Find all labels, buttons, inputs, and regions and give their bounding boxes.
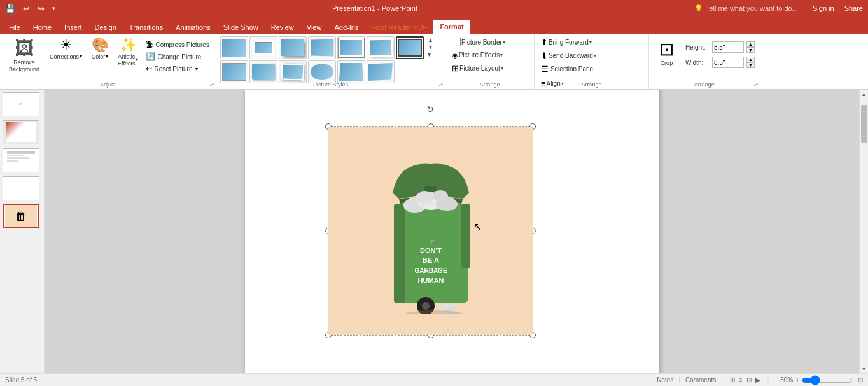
tab-review[interactable]: Review xyxy=(265,21,300,34)
change-picture-button[interactable]: 🔄 Change Picture xyxy=(143,51,211,62)
ribbon-tabs: File Home Insert Design Transitions Anim… xyxy=(0,17,868,34)
gallery-scroll-more[interactable]: ▾ xyxy=(426,51,435,59)
svg-rect-3 xyxy=(461,204,470,268)
gallery-item-4[interactable] xyxy=(308,36,336,59)
slide-4-wrapper: 4 ─────────────── xyxy=(3,176,41,200)
tell-me-input[interactable] xyxy=(706,4,808,12)
width-down[interactable]: ▼ xyxy=(746,62,755,68)
slide-3-thumb[interactable] xyxy=(3,148,39,172)
gallery-item-10[interactable] xyxy=(279,60,307,83)
gallery-item-6[interactable] xyxy=(367,36,395,59)
corrections-button[interactable]: ☀ Corrections ▾ xyxy=(46,36,86,62)
gallery-item-7[interactable] xyxy=(396,36,424,59)
picture-effects-icon: ◈ xyxy=(452,50,458,60)
gallery-scroll-up[interactable]: ▲ xyxy=(426,37,435,44)
tab-addins[interactable]: Add-Ins xyxy=(328,21,365,34)
tab-view[interactable]: View xyxy=(300,21,328,34)
adjust-expand-icon[interactable]: ⤢ xyxy=(209,81,214,88)
tab-home[interactable]: Home xyxy=(27,21,58,34)
zoom-out-button[interactable]: − xyxy=(774,376,778,383)
fit-slide-button[interactable]: ⊡ xyxy=(858,376,863,383)
share-button[interactable]: Share xyxy=(844,4,863,12)
tab-animations[interactable]: Animations xyxy=(169,21,216,34)
gallery-item-12[interactable] xyxy=(337,60,365,83)
quick-access-menu[interactable]: ▾ xyxy=(52,5,55,11)
crop-button[interactable]: ⊡ Crop xyxy=(653,36,680,68)
slide-5-wrapper: 5 🗑 xyxy=(3,204,41,228)
send-backward-button[interactable]: ⬇ Send Backward ▾ xyxy=(538,50,645,62)
scroll-up-button[interactable]: ▲ xyxy=(860,90,868,99)
rotate-handle[interactable]: ↻ xyxy=(426,104,435,113)
ribbon-top-left: 💾 ↩ ↪ ▾ xyxy=(5,4,55,13)
picture-layout-arrow: ▾ xyxy=(501,65,503,71)
gallery-item-13[interactable] xyxy=(367,60,395,83)
tab-file[interactable]: File xyxy=(3,21,27,34)
canvas-area[interactable]: ↻ xyxy=(45,90,859,373)
scroll-thumb[interactable] xyxy=(861,105,867,143)
picture-border-arrow: ▾ xyxy=(503,39,505,45)
quick-access-undo[interactable]: ↩ xyxy=(23,4,30,13)
tab-transitions[interactable]: Transitions xyxy=(123,21,169,34)
gallery-item-2[interactable] xyxy=(249,36,277,59)
send-backward-label: Send Backward xyxy=(549,52,593,59)
picture-styles-expand-icon[interactable]: ⤢ xyxy=(438,81,444,88)
right-scrollbar[interactable]: ▲ ▼ xyxy=(859,90,868,373)
slide-4-thumb[interactable]: ─────────────── xyxy=(3,176,39,200)
gallery-item-9[interactable] xyxy=(249,60,277,83)
tab-format[interactable]: Format xyxy=(433,20,470,34)
size-group: ⊡ Crop Height: ▲ ▼ Width: ▲ xyxy=(649,34,760,89)
picture-border-button[interactable]: Picture Border ▾ xyxy=(449,36,530,48)
gallery-item-3[interactable] xyxy=(279,36,307,59)
compress-pictures-button[interactable]: 🗜 Compress Pictures xyxy=(143,39,211,50)
normal-view-button[interactable]: ⊞ xyxy=(730,376,735,383)
artistic-effects-button[interactable]: ✨ ArtisticEffects ▾ xyxy=(114,36,142,69)
reset-picture-button[interactable]: ↩ Reset Picture ▾ xyxy=(143,63,211,74)
scroll-track[interactable] xyxy=(860,99,868,364)
height-down[interactable]: ▼ xyxy=(746,47,755,53)
ribbon-top-right: 💡 Sign in Share xyxy=(694,4,863,13)
slide-1-wrapper: 1 ✏ xyxy=(3,92,41,116)
gallery-scroll-down[interactable]: ▼ xyxy=(426,44,435,51)
tab-slideshow[interactable]: Slide Show xyxy=(217,21,265,34)
quick-access-redo[interactable]: ↪ xyxy=(38,4,45,13)
gallery-items: ▲ ▼ ▾ xyxy=(220,36,442,59)
height-input[interactable] xyxy=(712,41,744,53)
tab-design[interactable]: Design xyxy=(88,21,123,34)
adjust-group-label: Adjust xyxy=(0,81,216,88)
remove-background-button[interactable]: 🖼 RemoveBackground xyxy=(4,36,45,76)
status-notes[interactable]: Notes xyxy=(657,376,673,383)
color-button[interactable]: 🎨 Color ▾ xyxy=(87,36,113,62)
slide-2-thumb[interactable] xyxy=(3,120,39,144)
zoom-in-button[interactable]: + xyxy=(795,376,799,383)
slide-5-thumb[interactable]: 🗑 xyxy=(3,204,39,228)
svg-text:BE A: BE A xyxy=(423,256,439,264)
picture-effects-button[interactable]: ◈ Picture Effects ▾ xyxy=(449,49,530,61)
slideshow-button[interactable]: ▶ xyxy=(755,376,760,383)
selection-pane-button[interactable]: ☰ Selection Pane xyxy=(538,63,645,75)
slide-sorter-button[interactable]: ⊟ xyxy=(746,376,752,383)
height-up[interactable]: ▲ xyxy=(746,41,755,47)
gallery-item-11[interactable] xyxy=(308,60,336,83)
tab-insert[interactable]: Insert xyxy=(58,21,88,34)
quick-access-save[interactable]: 💾 xyxy=(5,4,15,13)
width-up[interactable]: ▲ xyxy=(746,57,755,62)
size-expand-icon[interactable]: ⤢ xyxy=(753,81,759,88)
gallery-item-1[interactable] xyxy=(220,36,248,59)
outline-view-button[interactable]: ≡ xyxy=(739,376,743,383)
slide-1-thumb[interactable]: ✏ xyxy=(3,92,39,116)
arrange-group-label: Arrange xyxy=(535,81,648,88)
tab-foxit[interactable]: Foxit Reader PDF xyxy=(365,21,433,34)
tell-me-bar[interactable]: 💡 xyxy=(694,4,808,13)
zoom-slider[interactable] xyxy=(802,375,853,385)
picture-layout-button[interactable]: ⊞ Picture Layout ▾ xyxy=(449,62,530,74)
gallery-item-8[interactable] xyxy=(220,60,248,83)
gallery-item-5[interactable] xyxy=(337,36,365,59)
picture-effects-group-label: Arrange xyxy=(445,81,534,88)
selected-image[interactable]: ↻ xyxy=(328,126,533,336)
artistic-dropdown-arrow: ▾ xyxy=(136,57,138,62)
width-input[interactable] xyxy=(712,57,744,68)
scroll-down-button[interactable]: ▼ xyxy=(860,364,868,373)
sign-in-button[interactable]: Sign in xyxy=(813,4,834,12)
bring-forward-button[interactable]: ⬆ Bring Forward ▾ xyxy=(538,36,645,48)
status-comments[interactable]: Comments xyxy=(685,376,716,383)
